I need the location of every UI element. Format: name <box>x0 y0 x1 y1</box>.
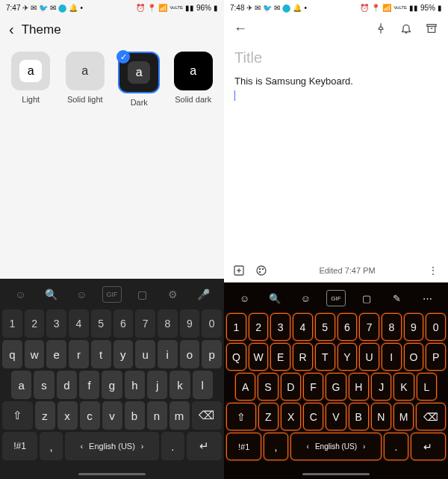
key-w[interactable]: w <box>25 340 45 368</box>
key-n[interactable]: N <box>371 403 391 430</box>
key-m[interactable]: m <box>169 401 190 430</box>
key-d[interactable]: d <box>57 371 77 399</box>
key-p[interactable]: p <box>202 340 222 368</box>
key-j[interactable]: j <box>147 371 167 399</box>
key-l[interactable]: L <box>417 373 437 401</box>
key-5[interactable]: 5 <box>315 313 335 341</box>
key-e[interactable]: e <box>46 340 66 368</box>
key-0[interactable]: 0 <box>202 309 222 338</box>
key-9[interactable]: 9 <box>180 309 200 338</box>
key-5[interactable]: 5 <box>91 309 111 338</box>
key-1[interactable]: 1 <box>226 313 246 341</box>
title-input[interactable]: Title <box>234 49 438 67</box>
comma-key[interactable]: , <box>264 433 287 460</box>
theme-option-solid-light[interactable]: a Solid light <box>60 52 111 107</box>
key-r[interactable]: R <box>293 343 313 371</box>
backspace-key[interactable]: ⌫ <box>416 403 446 430</box>
key-e[interactable]: E <box>270 343 290 371</box>
key-f[interactable]: f <box>79 371 99 399</box>
key-3[interactable]: 3 <box>270 313 290 341</box>
key-h[interactable]: H <box>349 373 369 401</box>
key-8[interactable]: 8 <box>382 313 402 341</box>
key-g[interactable]: g <box>102 371 122 399</box>
comma-key[interactable]: , <box>40 432 63 460</box>
settings-icon[interactable]: ⚙ <box>164 286 183 303</box>
enter-key[interactable]: ↵ <box>187 432 222 460</box>
key-x[interactable]: x <box>57 401 78 430</box>
key-z[interactable]: Z <box>258 403 279 430</box>
key-j[interactable]: J <box>371 373 391 401</box>
note-body[interactable]: Title This is Samsung Keyboard. <box>224 43 448 259</box>
nav-handle[interactable] <box>78 473 146 475</box>
key-6[interactable]: 6 <box>113 309 134 338</box>
keyboard-neon[interactable]: ☺ 🔍 ☺ GIF ▢ ✎ ⋯ 1234567890 QWERTYUIOP AS… <box>224 282 448 469</box>
key-o[interactable]: O <box>404 343 424 371</box>
palette-icon[interactable] <box>254 263 269 278</box>
key-k[interactable]: k <box>169 371 190 399</box>
emoji-icon[interactable]: ☺ <box>234 290 254 306</box>
key-s[interactable]: S <box>258 373 278 401</box>
key-4[interactable]: 4 <box>293 313 313 341</box>
search-icon[interactable]: 🔍 <box>265 290 284 306</box>
key-2[interactable]: 2 <box>25 309 45 338</box>
symbols-key[interactable]: !#1 <box>226 433 261 460</box>
key-f[interactable]: F <box>303 373 323 401</box>
pin-icon[interactable] <box>372 19 390 37</box>
key-3[interactable]: 3 <box>46 309 66 338</box>
key-k[interactable]: K <box>393 373 414 401</box>
key-8[interactable]: 8 <box>158 309 178 338</box>
key-t[interactable]: T <box>315 343 335 371</box>
pen-icon[interactable]: ✎ <box>388 290 407 306</box>
space-key[interactable]: ‹English (US)› <box>65 432 158 460</box>
period-key[interactable]: . <box>384 433 408 460</box>
gif-icon[interactable]: GIF <box>102 286 122 303</box>
reminder-icon[interactable] <box>397 19 415 37</box>
more-icon[interactable]: ⋯ <box>417 290 437 306</box>
sticker-icon[interactable]: ☺ <box>72 286 91 303</box>
key-a[interactable]: A <box>235 373 255 401</box>
more-icon[interactable]: ⋮ <box>426 263 441 278</box>
key-7[interactable]: 7 <box>135 309 155 338</box>
theme-option-dark[interactable]: ✓ a Dark <box>114 52 164 107</box>
back-icon[interactable]: ‹ <box>9 21 14 38</box>
keyboard-dark[interactable]: ☺ 🔍 ☺ GIF ▢ ⚙ 🎤 1234567890 qwertyuiop as… <box>0 279 224 469</box>
enter-key[interactable]: ↵ <box>411 433 446 460</box>
key-d[interactable]: D <box>281 373 301 401</box>
key-i[interactable]: i <box>158 340 178 368</box>
key-h[interactable]: h <box>125 371 145 399</box>
key-4[interactable]: 4 <box>69 309 89 338</box>
clipboard-icon[interactable]: ▢ <box>133 286 152 303</box>
note-text[interactable]: This is Samsung Keyboard. <box>234 74 438 101</box>
backspace-key[interactable]: ⌫ <box>192 401 223 430</box>
key-v[interactable]: v <box>102 401 122 430</box>
add-icon[interactable] <box>231 263 246 278</box>
theme-option-light[interactable]: a Light <box>6 52 56 107</box>
key-l[interactable]: l <box>193 371 213 399</box>
key-7[interactable]: 7 <box>359 313 379 341</box>
key-p[interactable]: P <box>426 343 446 371</box>
nav-handle[interactable] <box>302 473 370 475</box>
shift-key[interactable]: ⇧ <box>226 403 256 430</box>
clipboard-icon[interactable]: ▢ <box>357 290 376 306</box>
key-x[interactable]: X <box>281 403 301 430</box>
back-icon[interactable]: ← <box>231 19 249 37</box>
key-c[interactable]: C <box>303 403 323 430</box>
key-o[interactable]: o <box>180 340 200 368</box>
key-m[interactable]: M <box>393 403 414 430</box>
key-v[interactable]: V <box>326 403 346 430</box>
emoji-icon[interactable]: ☺ <box>10 286 30 303</box>
key-t[interactable]: t <box>91 340 111 368</box>
archive-icon[interactable] <box>423 19 441 37</box>
key-z[interactable]: z <box>35 401 55 430</box>
key-q[interactable]: Q <box>226 343 246 371</box>
key-a[interactable]: a <box>11 371 31 399</box>
key-y[interactable]: y <box>113 340 134 368</box>
key-q[interactable]: q <box>2 340 22 368</box>
key-s[interactable]: s <box>34 371 54 399</box>
gif-icon[interactable]: GIF <box>326 290 346 306</box>
symbols-key[interactable]: !#1 <box>2 432 37 460</box>
key-r[interactable]: r <box>69 340 89 368</box>
key-y[interactable]: Y <box>337 343 358 371</box>
theme-option-solid-dark[interactable]: a Solid dark <box>169 52 219 107</box>
sticker-icon[interactable]: ☺ <box>296 290 315 306</box>
